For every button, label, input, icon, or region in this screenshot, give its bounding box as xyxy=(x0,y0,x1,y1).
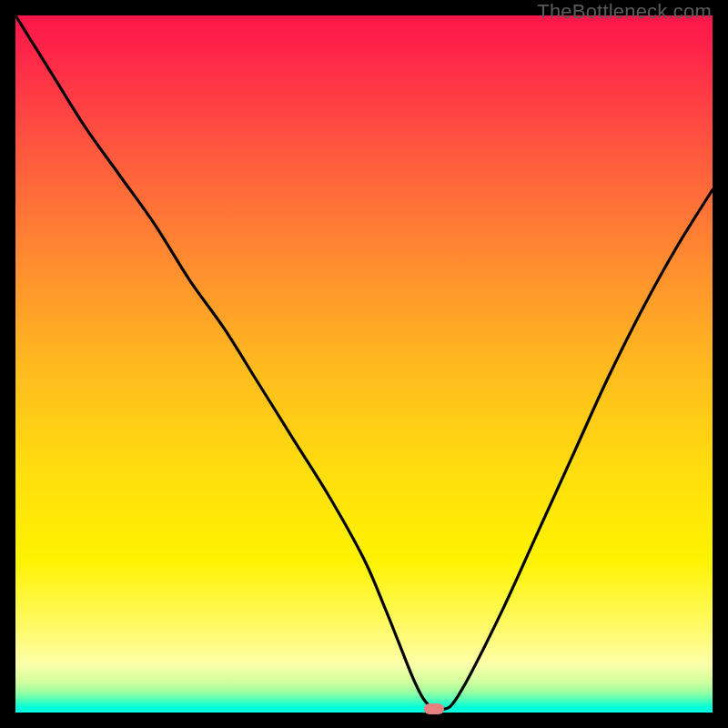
bottleneck-curve xyxy=(15,15,713,713)
optimal-marker xyxy=(424,703,444,714)
chart-area xyxy=(15,15,713,713)
watermark-text: TheBottleneck.com xyxy=(537,0,712,24)
curve-path xyxy=(15,15,713,710)
